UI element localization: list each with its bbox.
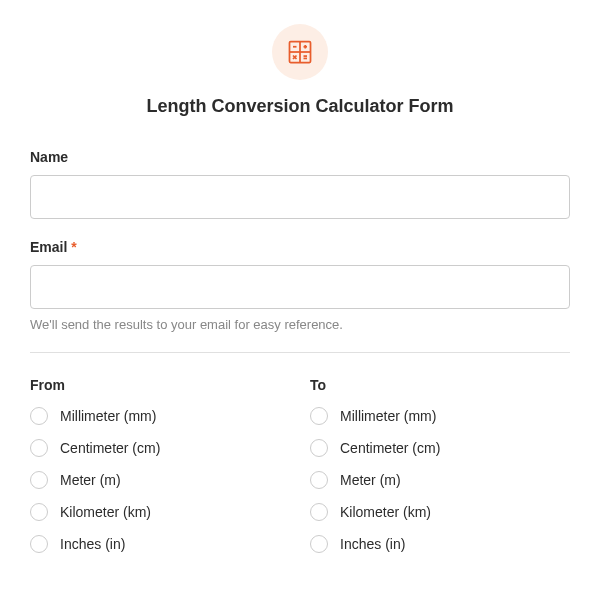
- to-option-label: Inches (in): [340, 536, 405, 552]
- radio-icon: [310, 503, 328, 521]
- to-option-label: Meter (m): [340, 472, 401, 488]
- from-option[interactable]: Kilometer (km): [30, 503, 290, 521]
- form-title: Length Conversion Calculator Form: [30, 96, 570, 117]
- name-input[interactable]: [30, 175, 570, 219]
- radio-icon: [30, 407, 48, 425]
- name-field-group: Name: [30, 149, 570, 219]
- radio-icon: [310, 535, 328, 553]
- form-icon-circle: [272, 24, 328, 80]
- to-option[interactable]: Centimeter (cm): [310, 439, 570, 457]
- email-field-group: Email * We'll send the results to your e…: [30, 239, 570, 332]
- from-option-label: Inches (in): [60, 536, 125, 552]
- radio-icon: [310, 471, 328, 489]
- radio-icon: [30, 439, 48, 457]
- to-option-label: Centimeter (cm): [340, 440, 440, 456]
- from-option-label: Centimeter (cm): [60, 440, 160, 456]
- from-option-label: Kilometer (km): [60, 504, 151, 520]
- required-mark: *: [71, 239, 76, 255]
- from-option[interactable]: Inches (in): [30, 535, 290, 553]
- email-label-text: Email: [30, 239, 67, 255]
- radio-icon: [310, 439, 328, 457]
- to-option[interactable]: Meter (m): [310, 471, 570, 489]
- radio-icon: [30, 471, 48, 489]
- email-helper-text: We'll send the results to your email for…: [30, 317, 570, 332]
- from-column-label: From: [30, 377, 290, 393]
- email-label: Email *: [30, 239, 570, 255]
- unit-columns: From Millimeter (mm) Centimeter (cm) Met…: [30, 377, 570, 567]
- from-option[interactable]: Millimeter (mm): [30, 407, 290, 425]
- to-option[interactable]: Millimeter (mm): [310, 407, 570, 425]
- to-column: To Millimeter (mm) Centimeter (cm) Meter…: [310, 377, 570, 567]
- form-icon-container: [30, 24, 570, 80]
- from-option[interactable]: Meter (m): [30, 471, 290, 489]
- from-column: From Millimeter (mm) Centimeter (cm) Met…: [30, 377, 290, 567]
- radio-icon: [30, 503, 48, 521]
- radio-icon: [30, 535, 48, 553]
- from-option-label: Meter (m): [60, 472, 121, 488]
- from-option-label: Millimeter (mm): [60, 408, 156, 424]
- radio-icon: [310, 407, 328, 425]
- email-input[interactable]: [30, 265, 570, 309]
- calculator-icon: [286, 38, 314, 66]
- to-column-label: To: [310, 377, 570, 393]
- from-option[interactable]: Centimeter (cm): [30, 439, 290, 457]
- name-label: Name: [30, 149, 570, 165]
- to-option[interactable]: Inches (in): [310, 535, 570, 553]
- to-option-label: Millimeter (mm): [340, 408, 436, 424]
- to-option-label: Kilometer (km): [340, 504, 431, 520]
- section-divider: [30, 352, 570, 353]
- to-option[interactable]: Kilometer (km): [310, 503, 570, 521]
